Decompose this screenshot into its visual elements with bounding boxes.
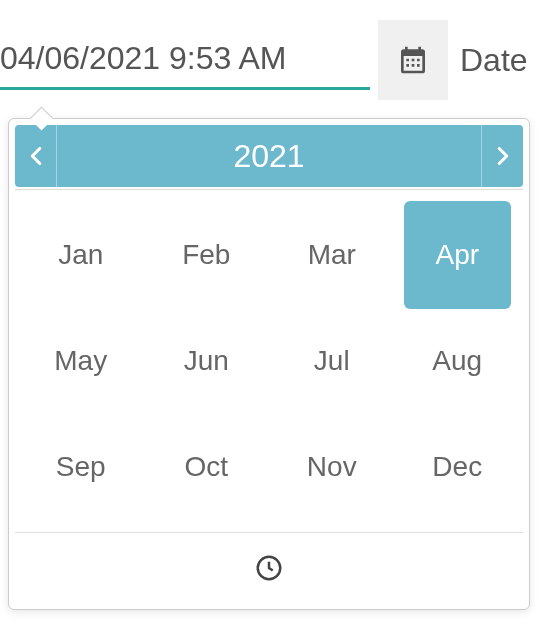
month-feb[interactable]: Feb [153,214,261,296]
month-nov[interactable]: Nov [278,426,386,508]
datetime-input[interactable] [0,30,370,90]
next-year-button[interactable] [481,125,523,187]
month-aug[interactable]: Aug [404,320,512,402]
month-grid: JanFebMarAprMayJunJulAugSepOctNovDec [15,190,523,532]
time-toggle-button[interactable] [15,533,523,603]
month-may[interactable]: May [27,320,135,402]
field-label: Date [460,42,528,79]
month-jun[interactable]: Jun [153,320,261,402]
calendar-button[interactable] [378,20,448,100]
chevron-right-icon [496,146,510,166]
clock-icon [254,553,284,583]
month-dec[interactable]: Dec [404,426,512,508]
month-sep[interactable]: Sep [27,426,135,508]
month-oct[interactable]: Oct [153,426,261,508]
month-mar[interactable]: Mar [278,214,386,296]
prev-year-button[interactable] [15,125,57,187]
month-jul[interactable]: Jul [278,320,386,402]
calendar-icon [397,44,429,76]
chevron-left-icon [29,146,43,166]
month-apr[interactable]: Apr [404,201,512,309]
year-label[interactable]: 2021 [57,125,481,187]
month-jan[interactable]: Jan [27,214,135,296]
year-header: 2021 [15,125,523,187]
month-picker-popup: 2021 JanFebMarAprMayJunJulAugSepOctNovDe… [8,118,530,610]
